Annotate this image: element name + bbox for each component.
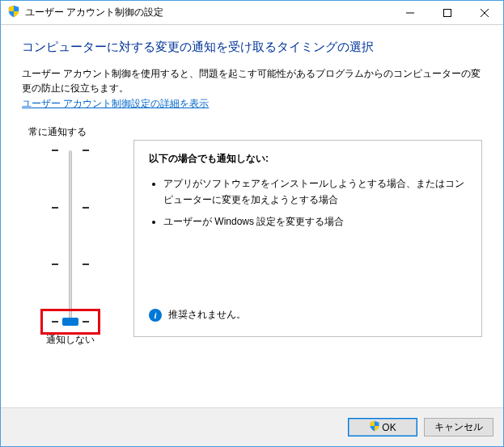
slider-tick <box>34 205 107 211</box>
svg-rect-1 <box>444 9 451 16</box>
main-row: 常に通知する 通知しない 以下の場合でも通知しない: アプリがソフトウェアをイン… <box>22 125 482 347</box>
cancel-button-label: キャンセル <box>434 420 483 434</box>
slider-bottom-label: 通知しない <box>46 333 95 347</box>
content-area: コンピューターに対する変更の通知を受け取るタイミングの選択 ユーザー アカウント… <box>1 25 503 407</box>
dialog-footer: OK キャンセル <box>1 407 503 446</box>
window-title: ユーザー アカウント制御の設定 <box>25 6 392 19</box>
slider-thumb[interactable] <box>62 318 78 326</box>
shield-icon <box>7 5 20 20</box>
info-icon: i <box>149 309 162 322</box>
info-panel-title: 以下の場合でも通知しない: <box>149 152 467 166</box>
ok-button[interactable]: OK <box>348 418 417 436</box>
slider-column: 常に通知する 通知しない <box>22 125 119 347</box>
minimize-button[interactable] <box>392 1 429 25</box>
info-list: アプリがソフトウェアをインストールしようとする場合、またはコンピューターに変更を… <box>163 175 467 230</box>
slider-tick <box>34 147 107 154</box>
titlebar: ユーザー アカウント制御の設定 <box>1 1 503 25</box>
slider-tick <box>34 261 107 268</box>
shield-icon <box>369 420 380 434</box>
recommendation-row: i 推奨されません。 <box>149 308 246 322</box>
info-list-item: ユーザーが Windows 設定を変更する場合 <box>163 213 467 230</box>
page-description: ユーザー アカウント制御を使用すると、問題を起こす可能性があるプログラムからのコ… <box>22 66 482 95</box>
uac-settings-window: ユーザー アカウント制御の設定 コンピューターに対する変更の通知を受け取るタイミ… <box>0 0 504 447</box>
slider-top-label: 常に通知する <box>22 125 87 139</box>
learn-more-link[interactable]: ユーザー アカウント制御設定の詳細を表示 <box>22 97 209 111</box>
recommendation-text: 推奨されません。 <box>168 308 246 322</box>
cancel-button[interactable]: キャンセル <box>424 418 493 436</box>
page-heading: コンピューターに対する変更の通知を受け取るタイミングの選択 <box>22 40 482 55</box>
maximize-button[interactable] <box>429 1 466 25</box>
info-list-item: アプリがソフトウェアをインストールしようとする場合、またはコンピューターに変更を… <box>163 175 467 209</box>
slider-track <box>69 150 72 322</box>
notification-slider[interactable] <box>34 147 107 325</box>
close-button[interactable] <box>466 1 503 25</box>
info-panel: 以下の場合でも通知しない: アプリがソフトウェアをインストールしようとする場合、… <box>133 140 482 337</box>
ok-button-label: OK <box>382 422 396 433</box>
